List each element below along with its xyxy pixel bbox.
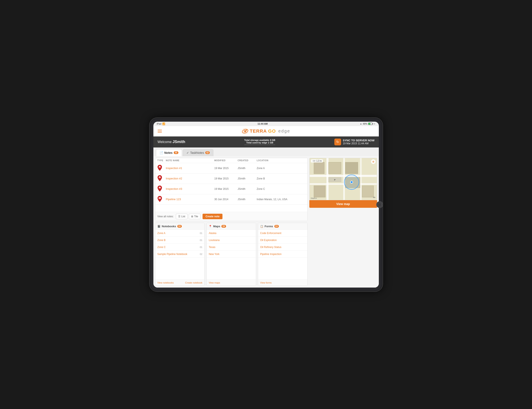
notes-tab-label: Notes [164, 151, 173, 155]
svg-rect-12 [160, 198, 160, 198]
tab-notes[interactable]: 📄 Notes 05 [156, 149, 182, 156]
hamburger-button[interactable] [158, 130, 162, 133]
svg-rect-13 [159, 198, 160, 198]
row2-modified: 19 Mar 2015 [214, 177, 238, 180]
table-row[interactable]: A Inspection #2 19 Mar 2015 JSmith Zone … [155, 173, 307, 184]
list-item[interactable]: Zone C 01 [155, 244, 205, 251]
svg-text:P: P [334, 178, 336, 181]
notebook-item-name: Zone B [157, 239, 166, 242]
row2-name: Inspection #2 [166, 177, 214, 180]
notebook-item-name: Sample Pipeline Notebook [157, 253, 187, 256]
list-btn-label: List [181, 215, 185, 218]
location-icon: ▲ [360, 123, 362, 125]
notebook-item-name: Zone C [157, 246, 166, 249]
list-item[interactable]: Code Enforcement [258, 230, 307, 237]
maps-icon: 📍 [209, 225, 212, 228]
forms-icon: 📋 [260, 225, 263, 228]
list-view-button[interactable]: ☰ List [176, 214, 188, 219]
view-controls: View all notes: ☰ List ⊞ Tile Create not… [155, 212, 307, 221]
table-header: TYPE NOTE NAME MODIFIED CREATED LOCATION [155, 158, 307, 163]
list-item[interactable]: Oil Refinery Status [258, 244, 307, 251]
home-button[interactable] [376, 201, 383, 208]
welcome-text: Welcome JSmith [158, 140, 185, 144]
storage-used: 1 GB [268, 141, 273, 144]
form-item-name: Code Enforcement [260, 232, 281, 235]
tile-icon: ⊞ [191, 215, 193, 218]
list-item[interactable]: New York [207, 251, 256, 258]
svg-text:A: A [159, 166, 160, 168]
map-item-name: New York [209, 253, 219, 256]
notebooks-list: Zone A 01 Zone B 01 Zone C 01 [155, 230, 205, 280]
notes-table: TYPE NOTE NAME MODIFIED CREATED LOCATION… [155, 158, 307, 212]
notebooks-footer: View notebooks Create notebook [155, 280, 205, 286]
main-content: 📄 Notes 05 ✓ TaskNotes 02 [153, 147, 379, 288]
svg-rect-29 [362, 186, 373, 197]
forms-footer: View forms [258, 280, 307, 286]
battery-icon [368, 123, 373, 125]
create-note-button[interactable]: Create note [203, 214, 222, 219]
storage-used-label: Total used by edge [246, 141, 267, 144]
logo-icon-svg [242, 128, 248, 135]
ipad-screen: iPad 📶 11:44 AM ▲ 48% + [153, 122, 379, 288]
notes-panel: TYPE NOTE NAME MODIFIED CREATED LOCATION… [155, 158, 308, 221]
list-item[interactable]: Oil Exploration [258, 237, 307, 244]
wifi-icon: 📶 [162, 123, 165, 125]
forms-list: Code Enforcement Oil Exploration Oil Ref… [258, 230, 307, 280]
maps-header: 📍 Maps 04 [207, 223, 256, 230]
table-row[interactable]: A Inspection #1 19 Mar 2015 JSmith Zone … [155, 163, 307, 173]
svg-text:A: A [159, 187, 160, 189]
map-container: P [309, 158, 377, 200]
tile-view-button[interactable]: ⊞ Tile [189, 214, 200, 219]
list-item[interactable]: Pipeline Inspection [258, 251, 307, 258]
map-scale: ⊣⊢ 1.3 m [311, 159, 323, 163]
map-item-name: Texas [209, 246, 215, 249]
list-item[interactable]: Zone B 01 [155, 237, 205, 244]
list-item[interactable]: Texas [207, 244, 256, 251]
view-map-button[interactable]: View map [309, 200, 377, 208]
logo-edge: edge [278, 129, 290, 134]
svg-rect-22 [345, 162, 358, 173]
form-item-name: Oil Refinery Status [260, 246, 281, 249]
view-maps-link[interactable]: View maps [209, 282, 220, 284]
row4-type-icon [157, 196, 166, 203]
forms-panel: 📋 Forms 04 Code Enforcement Oil Explorat… [258, 223, 308, 286]
row2-type-icon: A [157, 175, 166, 182]
logo-terra: TERRA [250, 128, 267, 134]
forms-header: 📋 Forms 04 [258, 223, 307, 230]
row4-name: Pipeline 123 [166, 198, 214, 201]
view-forms-link[interactable]: View forms [260, 282, 272, 284]
row3-name: Inspection #3 [166, 187, 214, 191]
create-notebook-link[interactable]: Create notebook [185, 282, 202, 284]
maps-panel: 📍 Maps 04 Alaska Louisiana [206, 223, 256, 286]
notes-tab-badge: 05 [174, 151, 178, 154]
list-item[interactable]: Louisiana [207, 237, 256, 244]
row4-created: JSmith [238, 198, 257, 201]
row1-created: JSmith [238, 167, 257, 170]
svg-rect-11 [159, 198, 160, 198]
notebooks-panel: 📓 Notebooks 04 Zone A 01 Zone B [155, 223, 205, 286]
view-notebooks-link[interactable]: View notebooks [157, 282, 174, 284]
sync-button[interactable]: ↻ SYNC TO SERVER NOW 19 Mar 2015 11:44 A… [334, 139, 375, 145]
table-row[interactable]: A Inspection #3 19 Mar 2015 JSmith Zone … [155, 184, 307, 194]
notebook-item-count: 01 [200, 232, 202, 235]
row2-created: JSmith [238, 177, 257, 180]
list-item[interactable]: Zone A 01 [155, 230, 205, 237]
tab-tasknotes[interactable]: ✓ TaskNotes 02 [183, 149, 213, 156]
list-item[interactable]: Sample Pipeline Notebook 02 [155, 251, 205, 258]
row4-modified: 30 Jun 2014 [214, 198, 238, 201]
svg-point-27 [350, 181, 353, 183]
map-compass[interactable]: ⊕ [371, 159, 376, 164]
list-item[interactable]: Alaska [207, 230, 256, 237]
scale-text: ⊣⊢ [312, 160, 316, 162]
storage-info: Total storage available 4 GB Total used … [244, 139, 276, 145]
welcome-label: Welcome [158, 140, 172, 144]
scale-value: 1.3 m [316, 160, 322, 162]
map-edit-icon[interactable]: ✏ [373, 196, 376, 199]
sync-date: 19 Mar 2015 11:44 AM [343, 142, 369, 145]
row1-modified: 19 Mar 2015 [214, 167, 238, 170]
right-panel: P [309, 158, 377, 286]
svg-rect-18 [343, 158, 345, 200]
ipad-frame: iPad 📶 11:44 AM ▲ 48% + [150, 118, 383, 291]
maps-footer: View maps [207, 280, 256, 286]
table-row[interactable]: Pipeline 123 30 Jun 2014 JSmith Indian M… [155, 194, 307, 205]
